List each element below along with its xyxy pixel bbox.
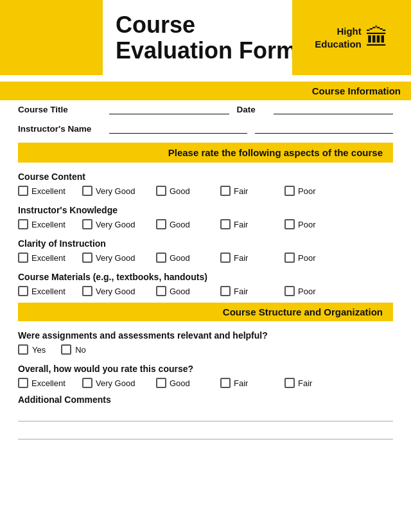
checkbox[interactable] xyxy=(82,219,92,229)
header-yellow-block xyxy=(0,0,103,75)
no-checkbox[interactable] xyxy=(61,344,71,355)
rating-option: Good xyxy=(156,286,220,296)
rating-option: Excellent xyxy=(18,286,82,296)
rating-option: Good xyxy=(156,219,220,229)
rating-row-0: Excellent Very Good Good Fair Poor xyxy=(18,186,393,196)
title-line2: Evaluation Form xyxy=(116,37,297,64)
comment-line-1[interactable] xyxy=(18,410,393,421)
rating-option: Very Good xyxy=(82,286,156,296)
checkbox[interactable] xyxy=(284,286,295,296)
yes-option: Yes xyxy=(18,344,46,355)
checkbox[interactable] xyxy=(156,378,166,388)
rating-option: Fair xyxy=(220,253,284,263)
checkbox[interactable] xyxy=(284,378,295,388)
rating-option: Very Good xyxy=(82,253,156,263)
rating-option: Fair xyxy=(220,378,284,388)
instructor-row: Instructor's Name xyxy=(18,122,393,134)
checkbox[interactable] xyxy=(220,286,231,296)
header: Course Evaluation Form Hight Education 🏛 xyxy=(0,0,411,75)
please-rate-bar: Please rate the following aspects of the… xyxy=(18,143,393,163)
yes-no-row: Yes No xyxy=(18,344,393,355)
rating-option: Poor xyxy=(284,286,349,296)
rating-option: Excellent xyxy=(18,186,82,196)
course-title-row: Course Title Date xyxy=(18,103,393,114)
rating-option: Good xyxy=(156,253,220,263)
checkbox[interactable] xyxy=(284,253,295,263)
checkbox[interactable] xyxy=(220,219,231,229)
checkbox[interactable] xyxy=(18,219,28,229)
instructor-input[interactable] xyxy=(109,122,247,134)
form-body: Course Title Date Instructor's Name Plea… xyxy=(0,103,411,439)
logo-text-line2: Education xyxy=(315,39,362,49)
checkbox[interactable] xyxy=(284,186,295,196)
checkbox[interactable] xyxy=(220,253,231,263)
rating-option: Very Good xyxy=(82,219,156,229)
yes-checkbox[interactable] xyxy=(18,344,28,355)
course-info-bar: Course Information xyxy=(0,82,411,100)
rating-option: Poor xyxy=(284,253,349,263)
rating-option: Good xyxy=(156,186,220,196)
overall-question: Overall, how would you rate this course? xyxy=(18,364,393,374)
section-label-2: Clarity of Instruction xyxy=(18,238,393,249)
form-title: Course Evaluation Form xyxy=(116,12,297,63)
rating-option: Very Good xyxy=(82,378,156,388)
rating-option: Fair xyxy=(284,378,349,388)
checkbox[interactable] xyxy=(156,219,166,229)
logo-row: Hight Education 🏛 xyxy=(315,24,389,51)
rating-row-2: Excellent Very Good Good Fair Poor xyxy=(18,253,393,263)
rating-option: Good xyxy=(156,378,220,388)
section-label-3: Course Materials (e.g., textbooks, hando… xyxy=(18,272,393,282)
structure-bar: Course Structure and Organization xyxy=(18,303,393,321)
comment-line-2[interactable] xyxy=(18,428,393,439)
checkbox[interactable] xyxy=(156,253,166,263)
university-icon: 🏛 xyxy=(365,24,389,51)
checkbox[interactable] xyxy=(220,378,231,388)
rating-option: Fair xyxy=(220,219,284,229)
rating-option: Fair xyxy=(220,186,284,196)
rating-option: Excellent xyxy=(18,219,82,229)
checkbox[interactable] xyxy=(18,286,28,296)
checkbox[interactable] xyxy=(284,219,295,229)
rating-option: Fair xyxy=(220,286,284,296)
rating-option: Excellent xyxy=(18,253,82,263)
section-label-0: Course Content xyxy=(18,172,393,182)
rating-row-1: Excellent Very Good Good Fair Poor xyxy=(18,219,393,229)
additional-comments-label: Additional Comments xyxy=(18,395,393,405)
checkbox[interactable] xyxy=(82,253,92,263)
checkbox[interactable] xyxy=(18,186,28,196)
logo-box: Hight Education 🏛 xyxy=(292,0,411,75)
overall-rating-row: Excellent Very Good Good Fair Fair xyxy=(18,378,393,388)
checkbox[interactable] xyxy=(220,186,231,196)
checkbox[interactable] xyxy=(18,253,28,263)
yes-label: Yes xyxy=(32,345,46,355)
no-option: No xyxy=(61,344,86,355)
title-line1: Course xyxy=(116,12,195,38)
checkbox[interactable] xyxy=(82,378,92,388)
logo-text-line1: Hight xyxy=(337,26,361,37)
instructor-input2[interactable] xyxy=(255,122,393,134)
instructor-label: Instructor's Name xyxy=(18,124,101,134)
rating-option: Poor xyxy=(284,186,349,196)
checkbox[interactable] xyxy=(82,186,92,196)
checkbox[interactable] xyxy=(156,286,166,296)
assignments-question: Were assignments and assessments relevan… xyxy=(18,330,393,341)
rating-row-3: Excellent Very Good Good Fair Poor xyxy=(18,286,393,296)
date-label: Date xyxy=(237,105,266,114)
course-title-label: Course Title xyxy=(18,105,101,114)
date-input[interactable] xyxy=(274,103,394,114)
rating-option: Poor xyxy=(284,219,349,229)
checkbox[interactable] xyxy=(18,378,28,388)
checkbox[interactable] xyxy=(156,186,166,196)
course-title-input[interactable] xyxy=(109,103,229,114)
checkbox[interactable] xyxy=(82,286,92,296)
rating-option: Excellent xyxy=(18,378,82,388)
rating-sections: Course Content Excellent Very Good Good … xyxy=(18,172,393,296)
section-label-1: Instructor's Knowledge xyxy=(18,205,393,215)
rating-option: Very Good xyxy=(82,186,156,196)
no-label: No xyxy=(75,345,86,355)
